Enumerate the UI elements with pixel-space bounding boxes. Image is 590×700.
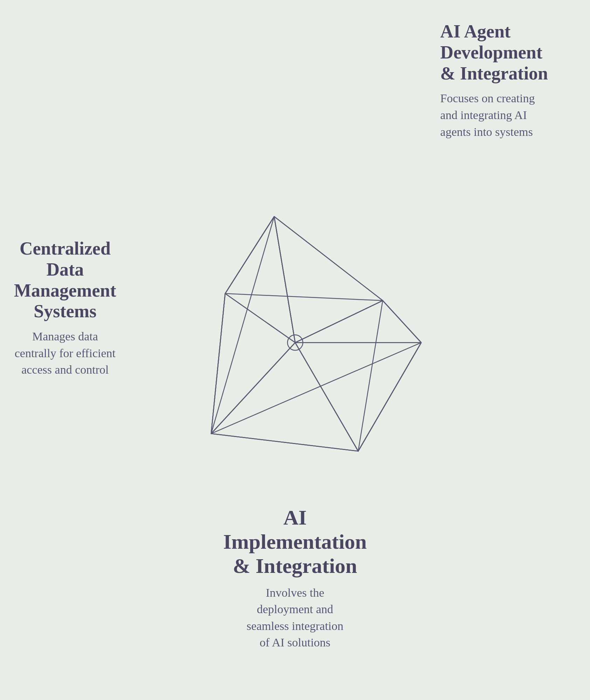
svg-marker-0 bbox=[274, 216, 383, 342]
left-subtitle: Manages datacentrally for efficientacces… bbox=[14, 328, 116, 378]
bottom-subtitle: Involves thedeployment andseamless integ… bbox=[223, 584, 367, 651]
svg-marker-15 bbox=[358, 300, 421, 451]
svg-diagram bbox=[138, 171, 453, 515]
left-title: CentralizedDataManagementSystems bbox=[14, 238, 116, 322]
diagram-area: AI AgentDevelopment& Integration Focuses… bbox=[0, 0, 590, 700]
svg-marker-1 bbox=[295, 342, 421, 451]
svg-line-12 bbox=[211, 342, 295, 434]
svg-line-8 bbox=[274, 216, 295, 342]
svg-marker-2 bbox=[211, 293, 295, 434]
label-left: CentralizedDataManagementSystems Manages… bbox=[14, 238, 116, 378]
svg-line-9 bbox=[295, 300, 383, 342]
top-right-title: AI AgentDevelopment& Integration bbox=[440, 21, 548, 84]
svg-marker-14 bbox=[225, 216, 383, 300]
page-container: AI AgentDevelopment& Integration Focuses… bbox=[0, 0, 590, 700]
label-bottom: AIImplementation& Integration Involves t… bbox=[223, 506, 367, 651]
bottom-title: AIImplementation& Integration bbox=[223, 506, 367, 578]
top-right-subtitle: Focuses on creatingand integrating AIage… bbox=[440, 90, 548, 140]
svg-line-13 bbox=[225, 293, 295, 342]
svg-marker-16 bbox=[211, 342, 421, 451]
svg-line-11 bbox=[295, 342, 358, 451]
svg-marker-17 bbox=[211, 216, 274, 434]
label-top-right: AI AgentDevelopment& Integration Focuses… bbox=[440, 21, 548, 140]
